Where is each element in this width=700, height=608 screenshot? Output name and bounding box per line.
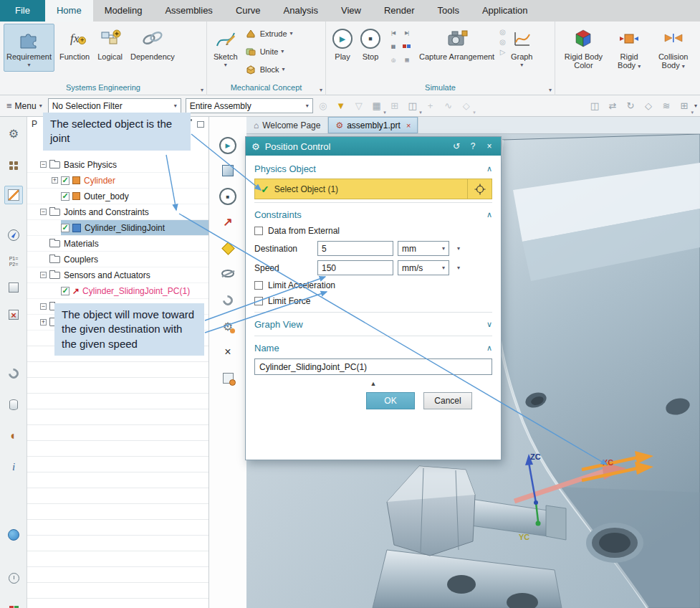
menu-tab-view[interactable]: View xyxy=(330,0,373,22)
checkbox-unchecked-icon[interactable] xyxy=(254,227,263,235)
sketch-button[interactable]: Sketch ▾ xyxy=(211,24,241,72)
tree-item-outer-body[interactable]: ✓ Outer_body xyxy=(27,189,208,204)
destination-input[interactable] xyxy=(317,241,393,256)
chevron-down-icon[interactable]: ▾ xyxy=(201,87,203,93)
shell-tool-icon[interactable] xyxy=(4,364,23,383)
selection-filter-icon[interactable]: ▼ xyxy=(333,98,349,114)
loop-button[interactable]: ◎ xyxy=(387,54,399,66)
physics-navigator-icon[interactable] xyxy=(4,186,23,204)
collapse-icon[interactable]: − xyxy=(40,209,47,215)
collapse-icon[interactable]: − xyxy=(40,161,47,168)
section-name[interactable]: Name ∧ xyxy=(254,339,492,356)
swap-view-icon[interactable]: ⇄ xyxy=(605,98,620,114)
checkbox-checked-icon[interactable]: ✓ xyxy=(61,224,69,232)
destination-unit-dropdown[interactable]: mm ▾ xyxy=(398,241,449,256)
tab-welcome-page[interactable]: ⌂ Welcome Page xyxy=(246,117,328,133)
shaded-cube-icon[interactable]: ◇ xyxy=(641,98,656,114)
data-from-external-row[interactable]: Data from External xyxy=(254,223,492,239)
section-graph-view[interactable]: Graph View ∨ xyxy=(254,315,492,333)
rigid-body-color-button[interactable]: Rigid Body Color xyxy=(559,24,608,72)
menu-tab-modeling[interactable]: Modeling xyxy=(93,0,154,22)
new-window-icon[interactable]: ⊞▾ xyxy=(676,98,692,114)
delete-constraint-icon[interactable]: × xyxy=(4,305,23,324)
stop-simulation-icon[interactable]: ■ xyxy=(219,187,237,206)
ok-button[interactable]: OK xyxy=(366,392,415,409)
window-icon[interactable]: ◫▾ xyxy=(405,98,421,114)
cylinder-tool-icon[interactable] xyxy=(4,395,23,414)
skip-to-end-button[interactable]: ▶| xyxy=(401,27,413,39)
dependency-button[interactable]: Dependency xyxy=(128,24,178,63)
speed-unit-dropdown[interactable]: mm/s ▾ xyxy=(398,260,449,275)
limit-force-row[interactable]: Limit Force xyxy=(254,293,492,309)
record-settings-button[interactable]: ◎ xyxy=(499,38,506,46)
checkbox-unchecked-icon[interactable] xyxy=(254,281,263,290)
step-button[interactable] xyxy=(401,40,413,52)
menu-tab-home[interactable]: Home xyxy=(45,0,93,22)
chevron-down-icon[interactable]: ▾ xyxy=(549,87,552,93)
expressions-icon[interactable]: P1= P2= xyxy=(4,252,23,271)
expand-icon[interactable]: + xyxy=(40,319,47,326)
checkbox-unchecked-icon[interactable] xyxy=(254,297,263,305)
shell-icon[interactable] xyxy=(219,291,237,310)
menu-tab-tools[interactable]: Tools xyxy=(426,0,471,22)
collapse-icon[interactable]: − xyxy=(40,303,47,310)
tree-item-basic-physics[interactable]: − Basic Physics xyxy=(27,157,208,173)
settings-gear-icon[interactable]: ⚙ xyxy=(4,124,23,143)
menu-tab-analysis[interactable]: Analysis xyxy=(272,0,330,22)
cancel-button[interactable]: Cancel xyxy=(423,392,472,409)
pie-chart-icon[interactable]: ◐ xyxy=(4,427,23,445)
delete-x-icon[interactable]: × xyxy=(219,343,237,361)
material-color-icon[interactable] xyxy=(4,599,23,608)
cube-sphere-icon[interactable] xyxy=(219,369,237,387)
capture-arrangement-button[interactable]: Capture Arrangement xyxy=(416,24,497,63)
physics-cube-icon[interactable] xyxy=(219,161,237,180)
float-panel-icon[interactable] xyxy=(197,121,204,128)
chart-grid-button[interactable]: ▦ xyxy=(401,54,413,66)
function-button[interactable]: fx+ Function xyxy=(57,24,92,63)
menu-tab-application[interactable]: Application xyxy=(471,0,540,22)
tree-item-sensors-and-actuators[interactable]: − Sensors and Actuators xyxy=(27,267,208,283)
section-physics-object[interactable]: Physics Object ∧ xyxy=(254,160,492,177)
record-button[interactable]: ◎ xyxy=(499,28,506,36)
collapse-icon[interactable]: − xyxy=(40,272,47,278)
logical-button[interactable]: Logical xyxy=(95,24,125,63)
hide-eye-icon[interactable] xyxy=(219,264,237,282)
graph-button[interactable]: Graph ▾ xyxy=(508,24,536,72)
reset-icon[interactable]: ↺ xyxy=(451,141,462,151)
rigid-body-button[interactable]: Rigid Body ▾ xyxy=(610,24,648,73)
dialog-collapse-handle[interactable]: ▲ xyxy=(254,376,492,392)
filter-off-icon[interactable]: ▽ xyxy=(351,98,367,114)
tree-item-cylinder-slidingjoint-pc[interactable]: ✓ ↗ Cylinder_SlidingJoint_PC(1) xyxy=(27,283,208,299)
measure-arrow-icon[interactable]: ↗ xyxy=(219,212,237,231)
info-icon[interactable]: i xyxy=(4,457,23,476)
checkbox-checked-icon[interactable]: ✓ xyxy=(61,176,69,185)
limit-acceleration-row[interactable]: Limit Acceleration xyxy=(254,277,492,293)
checkbox-checked-icon[interactable]: ✓ xyxy=(61,287,69,295)
extrude-button[interactable]: Extrude ▾ xyxy=(243,24,294,42)
wave-link-icon[interactable]: ≋ xyxy=(658,98,674,114)
compass-icon[interactable] xyxy=(4,226,23,244)
box-tool-icon[interactable] xyxy=(4,278,23,297)
menu-tab-curve[interactable]: Curve xyxy=(224,0,272,22)
section-constraints[interactable]: Constraints ∧ xyxy=(254,206,492,223)
add-component-icon[interactable]: ⊞ xyxy=(387,98,403,114)
menu-tab-assemblies[interactable]: Assemblies xyxy=(153,0,224,22)
menu-tab-file[interactable]: File xyxy=(0,0,45,22)
split-window-icon[interactable]: ◫ xyxy=(587,98,603,114)
pause-button[interactable]: ▮▮ xyxy=(387,40,399,52)
tree-item-materials[interactable]: Materials xyxy=(27,236,208,252)
sphere-tool-icon[interactable]: ◇▾ xyxy=(459,98,474,114)
play-simulation-icon[interactable]: ▶ xyxy=(219,136,237,155)
chevron-down-icon[interactable]: ▾ xyxy=(320,87,322,93)
name-input[interactable] xyxy=(254,358,492,375)
curve-tool-icon[interactable]: ∿ xyxy=(441,98,456,114)
play-button[interactable]: ▶ Play xyxy=(330,24,355,63)
globe-icon[interactable] xyxy=(4,526,23,544)
tree-item-couplers[interactable]: Couplers xyxy=(27,252,208,267)
grid-snap-icon[interactable]: ▦▾ xyxy=(369,98,385,114)
tree-item-cylinder-slidingjoint[interactable]: ✓ Cylinder_SlidingJoint xyxy=(27,220,208,236)
play-recording-button[interactable]: ▷ xyxy=(499,48,506,56)
requirement-button[interactable]: Requirement ▾ xyxy=(4,24,54,72)
tree-item-joints-and-constraints[interactable]: − Joints and Constraints xyxy=(27,204,208,220)
select-object-row[interactable]: ✓ Select Object (1) xyxy=(254,179,492,199)
